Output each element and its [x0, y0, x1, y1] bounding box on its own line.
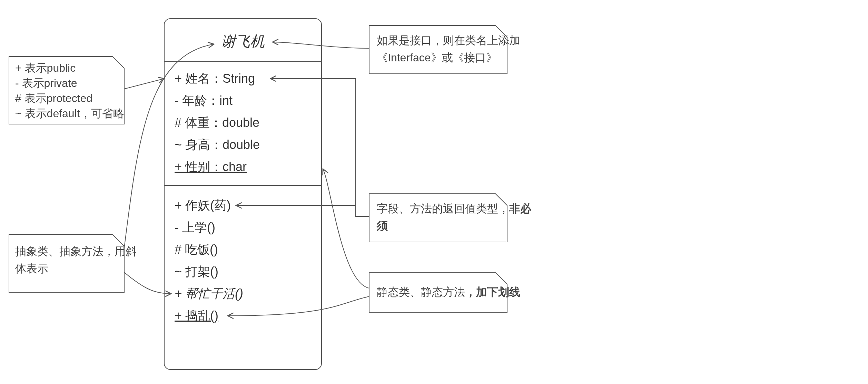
uml-method-3: ~ 打架()	[175, 264, 218, 279]
note-interface: 如果是接口，则在类名上添加 《Interface》或《接口》	[369, 26, 520, 74]
uml-field-1: - 年龄：int	[175, 93, 233, 108]
connector-visibility	[124, 79, 164, 89]
uml-field-4: + 性别：char	[175, 160, 247, 174]
uml-method-0: + 作妖(药)	[175, 198, 231, 212]
note-abstract-l1: 抽象类、抽象方法，用斜	[15, 245, 137, 257]
note-return-type: 字段、方法的返回值类型，非必 须	[369, 194, 532, 242]
uml-method-1: - 上学()	[175, 220, 215, 234]
uml-field-2: # 体重：double	[175, 115, 259, 130]
note-static-l1: 静态类、静态方法，加下划线	[377, 286, 520, 298]
uml-method-5: + 捣乱()	[175, 309, 218, 323]
note-visibility: + 表示public - 表示private # 表示protected ~ 表…	[9, 57, 124, 124]
uml-method-4: + 帮忙干活()	[175, 286, 243, 301]
note-interface-l1: 如果是接口，则在类名上添加	[377, 34, 520, 47]
note-abstract: 抽象类、抽象方法，用斜 体表示	[9, 234, 137, 292]
uml-method-2: # 吃饭()	[175, 242, 218, 256]
note-visibility-l3: # 表示protected	[15, 92, 92, 104]
note-static: 静态类、静态方法，加下划线	[369, 272, 520, 312]
connector-static-to-field	[323, 169, 369, 288]
note-visibility-l4: ~ 表示default，可省略	[15, 107, 124, 120]
note-return-l2: 须	[376, 220, 388, 232]
note-visibility-l1: + 表示public	[15, 62, 76, 74]
note-interface-l2: 《Interface》或《接口》	[377, 51, 497, 64]
uml-field-0: + 姓名：String	[175, 71, 255, 85]
uml-class-box: 谢飞机 + 姓名：String - 年龄：int # 体重：double ~ 身…	[164, 19, 322, 370]
uml-class-name: 谢飞机	[221, 33, 265, 49]
note-abstract-l2: 体表示	[15, 262, 48, 275]
uml-class-diagram: + 表示public - 表示private # 表示protected ~ 表…	[0, 0, 868, 384]
uml-field-3: ~ 身高：double	[175, 138, 260, 152]
note-visibility-l2: - 表示private	[15, 77, 77, 89]
note-return-l1: 字段、方法的返回值类型，非必	[377, 202, 532, 215]
